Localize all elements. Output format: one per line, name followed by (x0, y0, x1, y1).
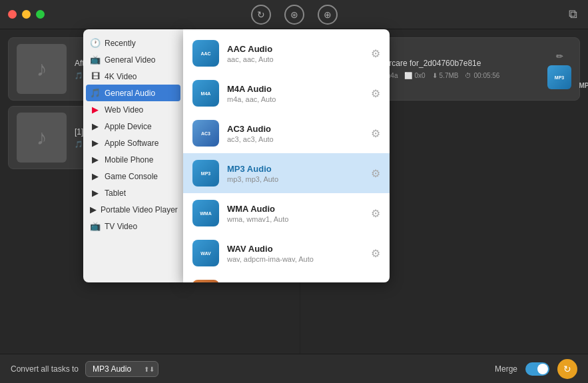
close-button[interactable] (8, 10, 17, 19)
format-name-aac: AAC Audio (227, 44, 363, 54)
apple-icon: ▶ (90, 121, 101, 131)
wma-icon: WMA (192, 200, 219, 226)
sidebar-item-game-console[interactable]: ▶ Game Console (83, 168, 183, 185)
toggle-knob (537, 364, 548, 374)
ac3-icon: AC3 (192, 120, 219, 147)
sidebar-item-portable-video[interactable]: ▶ Portable Video Player (83, 201, 183, 218)
file-title-3: Aftercare for_2d04760b7e81e (375, 59, 571, 68)
file-meta-3: 🎵 m4a ⬜ 0x0 ⬇ 5.7MB ⏱ 00:05:56 (375, 72, 571, 79)
format-item-m4a[interactable]: M4A M4A Audio m4a, aac, Auto ⚙ (183, 73, 390, 113)
gear-icon-m4a[interactable]: ⚙ (371, 87, 380, 100)
portable-icon: ▶ (90, 204, 97, 214)
file-info-3: Aftercare for_2d04760b7e81e 🎵 m4a ⬜ 0x0 … (375, 59, 571, 79)
game-icon: ▶ (90, 171, 101, 181)
format-name-wma: WMA Audio (227, 204, 363, 214)
gear-icon-wav[interactable]: ⚙ (371, 247, 380, 260)
format-sub-wma: wma, wmav1, Auto (227, 215, 363, 223)
gear-icon-aac[interactable]: ⚙ (371, 47, 380, 60)
sidebar-item-tv-video[interactable]: 📺 TV Video (83, 218, 183, 234)
video-icon: 📺 (90, 55, 101, 65)
sidebar-item-label-4k: 4K Video (105, 72, 137, 81)
sidebar-item-label-recently: Recently (105, 39, 136, 48)
web-icon: ▶ (90, 105, 101, 115)
mobile-icon: ▶ (90, 155, 101, 165)
apple-sw-icon: ▶ (90, 138, 101, 148)
sidebar-item-label-tv-video: TV Video (105, 222, 137, 231)
format-sub-mp3: mp3, mp3, Auto (227, 175, 363, 183)
file-size-3: ⬇ 5.7MB (432, 72, 459, 79)
layout-icon[interactable]: ⧉ (569, 7, 577, 21)
merge-toggle[interactable] (525, 362, 549, 376)
music-note-icon: ♪ (37, 57, 47, 81)
sidebar-item-label-mobile-phone: Mobile Phone (105, 155, 153, 165)
format-name-wav: WAV Audio (227, 244, 363, 254)
format-text-ac3: AC3 Audio ac3, ac3, Auto (227, 124, 363, 143)
media-icon[interactable]: ⊕ (318, 5, 338, 25)
sidebar-item-recently[interactable]: 🕐 Recently (83, 35, 183, 51)
format-text-mp3: MP3 Audio mp3, mp3, Auto (227, 164, 363, 183)
file-thumb-2: ♪ (17, 113, 67, 163)
format-sidebar: 🕐 Recently 📺 General Video 🎞 4K Video 🎵 … (83, 29, 183, 282)
format-text-wma: WMA Audio wma, wmav1, Auto (227, 204, 363, 223)
bottom-bar: Convert all tasks to MP3 Audio AAC Audio… (0, 354, 588, 383)
minimize-button[interactable] (22, 10, 31, 19)
music-note-icon-2: ♪ (37, 125, 47, 150)
format-sub-aac: aac, aac, Auto (227, 55, 363, 63)
audio-icon: 🎵 (90, 88, 101, 98)
main-area: ♪ Aftercare for…9c865e04df104 🎵 m4a ⬜ 0x… (0, 29, 588, 354)
file-duration-3: ⏱ 00:05:56 (465, 72, 499, 79)
sidebar-item-4k-video[interactable]: 🎞 4K Video (83, 68, 183, 85)
tv-icon: 📺 (90, 221, 101, 231)
format-text-wav: WAV Audio wav, adpcm-ima-wav, Auto (227, 244, 363, 263)
format-text-m4a: M4A Audio m4a, aac, Auto (227, 84, 363, 103)
sidebar-item-apple-device[interactable]: ▶ Apple Device (83, 118, 183, 135)
format-list: AAC AAC Audio aac, aac, Auto ⚙ M4A M4A A… (183, 29, 390, 282)
file-icon-2: 🎵 (75, 141, 83, 148)
convert-button[interactable]: ↻ (557, 359, 577, 379)
sidebar-item-label-apple-software: Apple Software (105, 139, 158, 148)
gear-icon-ac3[interactable]: ⚙ (371, 127, 380, 140)
sidebar-item-label-general-audio: General Audio (105, 89, 155, 98)
maximize-button[interactable] (36, 10, 45, 19)
gear-icon-mp3[interactable]: ⚙ (371, 167, 380, 180)
convert-select[interactable]: MP3 Audio AAC Audio M4A Audio WAV Audio … (85, 361, 158, 377)
format-sub-m4a: m4a, aac, Auto (227, 95, 363, 103)
sidebar-item-label-tablet: Tablet (105, 189, 126, 198)
duration-icon-3: ⏱ (465, 72, 471, 79)
convert-label: Convert all tasks to (11, 364, 79, 374)
format-item-aac[interactable]: AAC AAC Audio aac, aac, Auto ⚙ (183, 33, 390, 73)
sidebar-item-label-general-video: General Video (105, 55, 156, 65)
window-controls (8, 10, 45, 19)
sidebar-item-apple-software[interactable]: ▶ Apple Software (83, 135, 183, 151)
sync-icon[interactable]: ↻ (251, 5, 271, 25)
titlebar: ↻ ⊛ ⊕ ⧉ (0, 0, 588, 29)
dimensions-icon-3: ⬜ (404, 72, 412, 79)
gear-icon-wma[interactable]: ⚙ (371, 207, 380, 220)
m4a-icon: M4A (192, 80, 219, 107)
format-item-ac3[interactable]: AC3 AC3 Audio ac3, ac3, Auto ⚙ (183, 113, 390, 153)
clock-icon: 🕐 (90, 38, 101, 48)
bottom-right: Merge ↻ (495, 359, 577, 379)
aac-icon: AAC (192, 40, 219, 67)
format-name-mp3: MP3 Audio (227, 164, 363, 174)
format-item-wav[interactable]: WAV WAV Audio wav, adpcm-ima-wav, Auto ⚙ (183, 233, 390, 273)
mp3-icon: MP3 (192, 160, 219, 187)
format-item-ogg[interactable]: OGG OGG Audio ogg, vorbis, Auto ⚙ (183, 273, 390, 282)
format-dropdown: 🕐 Recently 📺 General Video 🎞 4K Video 🎵 … (83, 29, 390, 282)
size-icon-3: ⬇ (432, 72, 438, 79)
format-sub-wav: wav, adpcm-ima-wav, Auto (227, 255, 363, 263)
format-item-wma[interactable]: WMA WMA Audio wma, wmav1, Auto ⚙ (183, 193, 390, 233)
dest-label-3: MP3 (579, 82, 588, 89)
settings-icon[interactable]: ⊛ (284, 5, 304, 25)
merge-label: Merge (495, 364, 517, 374)
format-name-m4a: M4A Audio (227, 84, 363, 94)
format-name-ac3: AC3 Audio (227, 124, 363, 134)
sidebar-item-general-audio[interactable]: 🎵 General Audio (86, 85, 180, 101)
edit-icon-3[interactable]: ✏ (556, 51, 563, 61)
titlebar-right: ⧉ (569, 7, 577, 21)
sidebar-item-tablet[interactable]: ▶ Tablet (83, 185, 183, 201)
sidebar-item-web-video[interactable]: ▶ Web Video (83, 101, 183, 118)
sidebar-item-general-video[interactable]: 📺 General Video (83, 51, 183, 68)
format-item-mp3[interactable]: MP3 MP3 Audio mp3, mp3, Auto ⚙ (183, 153, 390, 193)
sidebar-item-mobile-phone[interactable]: ▶ Mobile Phone (83, 151, 183, 168)
